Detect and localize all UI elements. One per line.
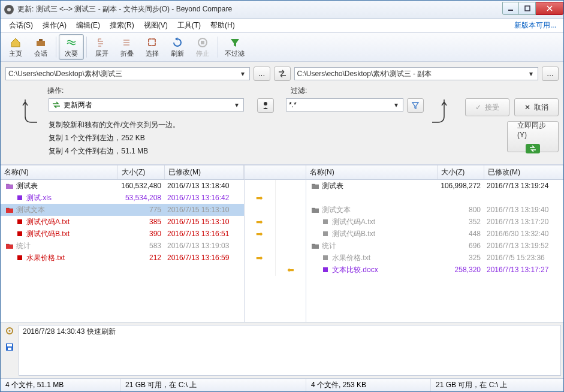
- folder-icon: [311, 206, 319, 213]
- col-modified-left[interactable]: 已修改(M): [165, 165, 244, 179]
- col-name-left[interactable]: 名称(N): [1, 165, 118, 179]
- col-size-left[interactable]: 大小(Z): [118, 165, 165, 179]
- maximize-button[interactable]: [519, 2, 536, 15]
- minimize-button[interactable]: [502, 2, 519, 15]
- sync-both-icon: [52, 100, 61, 110]
- svg-rect-7: [201, 41, 204, 44]
- expand-icon: [96, 37, 108, 49]
- file-row[interactable]: 水果价格.txt2122016/7/13 13:16:59: [1, 252, 244, 264]
- status-left-disk: 21 GB 可用，在 C:\ 上: [120, 379, 306, 391]
- action-label: 操作:: [5, 86, 263, 96]
- desc-line-2: 复制 1 个文件到左边，252 KB: [49, 132, 244, 144]
- filter-apply-button[interactable]: [407, 98, 424, 113]
- chevron-down-icon[interactable]: ▾: [233, 101, 241, 109]
- file-icon: [323, 255, 328, 260]
- action-select[interactable]: ▾: [49, 98, 244, 111]
- svg-point-10: [9, 330, 11, 332]
- toolbar-collapse[interactable]: 折叠: [114, 34, 140, 60]
- file-row[interactable]: 测试代码B.txt3902016/7/13 13:16:51: [1, 228, 244, 240]
- window-title: 更新: 测试三 <--> 测试三 - 副本 - 文件夹同步(O) - Beyon…: [17, 4, 502, 14]
- file-row[interactable]: 测试文本8002016/7/13 13:19:40: [306, 204, 563, 216]
- action-options-button[interactable]: [257, 98, 274, 113]
- col-size-right[interactable]: 大小(Z): [438, 165, 484, 179]
- folder-icon: [5, 242, 14, 249]
- stop-icon: [197, 37, 209, 49]
- file-row[interactable]: 测试文本7752016/7/15 15:13:10: [1, 204, 244, 216]
- file-row[interactable]: 文本比较.docx258,3202016/7/13 13:17:27: [306, 264, 563, 276]
- svg-point-8: [264, 102, 267, 105]
- right-path-input[interactable]: ▾: [294, 67, 539, 80]
- file-row[interactable]: 统计5832016/7/13 13:19:03: [1, 240, 244, 252]
- toolbar-home[interactable]: 主页: [3, 34, 28, 60]
- folder-icon: [311, 182, 319, 189]
- svg-rect-5: [39, 39, 43, 41]
- file-row[interactable]: 测试代码A.txt3522016/7/13 13:17:20: [306, 216, 563, 228]
- log-area: 2016/7/28 14:30:43 快速刷新: [1, 322, 563, 378]
- cancel-button[interactable]: ✕取消: [514, 98, 559, 116]
- menu-edit[interactable]: 编辑(E): [71, 19, 105, 32]
- filter-input[interactable]: ▾: [286, 98, 403, 111]
- col-name-right[interactable]: 名称(N): [306, 165, 438, 179]
- menu-session[interactable]: 会话(S): [4, 19, 38, 32]
- check-icon: ✓: [475, 103, 481, 111]
- toolbar-secondary[interactable]: 次要: [59, 34, 84, 60]
- chevron-down-icon[interactable]: ▾: [239, 70, 247, 78]
- toolbar-refresh[interactable]: 刷新: [165, 34, 190, 60]
- log-content[interactable]: 2016/7/28 14:30:43 快速刷新: [19, 325, 561, 376]
- file-icon: [17, 195, 22, 200]
- svg-rect-13: [8, 348, 11, 350]
- status-left-files: 4 个文件, 51.1 MB: [1, 379, 120, 391]
- left-path-field[interactable]: [8, 70, 239, 78]
- col-modified-right[interactable]: 已修改(M): [484, 165, 563, 179]
- sync-now-button[interactable]: 立即同步(Y): [507, 121, 559, 152]
- file-icon: [17, 219, 22, 224]
- svg-rect-4: [37, 41, 45, 46]
- action-select-value[interactable]: [64, 101, 233, 109]
- menu-tools[interactable]: 工具(T): [173, 19, 206, 32]
- toolbar-stop: 停止: [190, 34, 215, 60]
- left-pane: 名称(N) 大小(Z) 已修改(M) 测试表160,532,4802016/7/…: [1, 165, 244, 322]
- x-icon: ✕: [524, 103, 530, 111]
- svg-rect-2: [508, 10, 513, 11]
- gear-icon[interactable]: [5, 326, 14, 337]
- file-row[interactable]: 测试表106,998,2722016/7/13 13:19:24: [306, 180, 563, 192]
- file-row[interactable]: 测试代码B.txt4482016/6/30 13:32:40: [306, 228, 563, 240]
- file-row[interactable]: 测试.xls53,534,2082016/7/13 13:16:42: [1, 192, 244, 204]
- toolbar-select[interactable]: 选择: [140, 34, 165, 60]
- toolbar-session[interactable]: 会话: [28, 34, 53, 60]
- right-browse-button[interactable]: …: [542, 67, 559, 81]
- save-icon[interactable]: [5, 342, 14, 354]
- toolbar: 主页 会话 次要 展开 折叠 选择 刷新 停止 不过滤: [1, 33, 563, 62]
- file-row[interactable]: 水果价格.txt3252016/7/5 15:23:36: [306, 252, 563, 264]
- desc-line-3: 复制 4 个文件到右边，51.1 MB: [49, 145, 244, 157]
- update-available-link[interactable]: 新版本可用...: [511, 19, 560, 32]
- menu-view[interactable]: 视图(V): [139, 19, 173, 32]
- right-rows[interactable]: 测试表106,998,2722016/7/13 13:19:24测试文本8002…: [306, 180, 563, 322]
- left-browse-button[interactable]: …: [254, 67, 270, 81]
- arrow-right-icon: ➡: [256, 217, 263, 227]
- chevron-down-icon[interactable]: ▾: [527, 70, 535, 78]
- menu-help[interactable]: 帮助(H): [206, 19, 240, 32]
- svg-rect-12: [7, 344, 12, 346]
- file-row[interactable]: 测试表160,532,4802016/7/13 13:18:40: [1, 180, 244, 192]
- menu-search[interactable]: 搜索(R): [105, 19, 139, 32]
- toolbar-nofilter[interactable]: 不过滤: [221, 34, 249, 60]
- menu-action[interactable]: 操作(A): [38, 19, 71, 32]
- desc-line-1: 复制较新和独有的文件/文件夹到另一边。: [49, 119, 244, 131]
- file-row[interactable]: 测试代码A.txt3852016/7/15 15:13:10: [1, 216, 244, 228]
- right-path-field[interactable]: [297, 70, 527, 78]
- right-arrow-graphic: [427, 98, 461, 134]
- left-path-input[interactable]: ▾: [5, 67, 250, 80]
- left-rows[interactable]: 测试表160,532,4802016/7/13 13:18:40测试.xls53…: [1, 180, 244, 322]
- filter-field[interactable]: [289, 101, 392, 109]
- file-icon: [17, 231, 22, 236]
- log-line: 2016/7/28 14:30:43 快速刷新: [19, 325, 560, 338]
- left-arrow-graphic: [5, 98, 45, 134]
- file-row[interactable]: 统计6962016/7/13 13:19:52: [306, 240, 563, 252]
- toolbar-expand[interactable]: 展开: [89, 34, 114, 60]
- arrow-left-icon: ⬅: [287, 265, 294, 275]
- chevron-down-icon[interactable]: ▾: [392, 101, 400, 109]
- close-button[interactable]: [536, 2, 563, 15]
- swap-button[interactable]: [274, 67, 291, 81]
- arrow-right-icon: ➡: [256, 229, 263, 239]
